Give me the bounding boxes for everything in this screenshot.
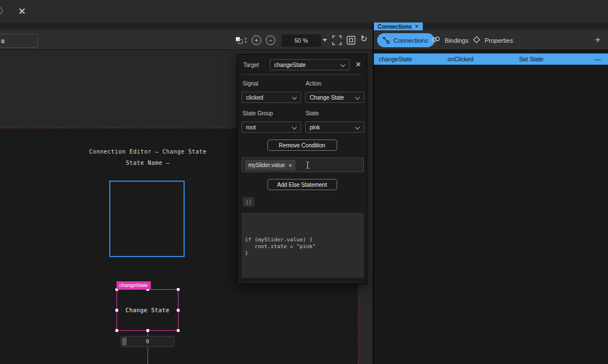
resize-handle-sw[interactable]	[115, 329, 118, 332]
title-bar: ✕	[0, 0, 608, 23]
canvas-mode-icon[interactable]	[235, 36, 248, 47]
add-else-statement-button[interactable]: Add Else Statement	[267, 179, 337, 190]
connection-row-target: changeState	[379, 56, 412, 62]
reset-view-icon[interactable]: ↻	[360, 34, 368, 44]
action-label: Action	[306, 80, 321, 87]
code-line: root.state = "pink"	[245, 243, 364, 250]
code-braces-button[interactable]: { }	[243, 197, 254, 207]
connection-icon	[382, 36, 390, 45]
button-text: Change State	[117, 290, 178, 330]
state-group-select[interactable]: root	[242, 122, 301, 133]
bindings-icon	[431, 36, 441, 44]
resize-handle-ne[interactable]	[177, 288, 180, 291]
panel-divider[interactable]	[373, 23, 374, 364]
chip-close-icon[interactable]: ✕	[288, 163, 292, 168]
zoom-dropdown-caret-icon[interactable]	[323, 39, 327, 42]
selected-button-item[interactable]: Change State	[117, 289, 178, 331]
properties-view-button[interactable]: Properties	[472, 33, 513, 47]
dialog-separator	[242, 74, 363, 75]
connection-row-action: Set State	[519, 56, 543, 62]
target-label: Target	[243, 62, 259, 68]
rectangle-item[interactable]	[109, 181, 185, 257]
resize-handle-s[interactable]	[146, 329, 149, 332]
slider-item[interactable]: 0	[120, 336, 175, 347]
bindings-view-button[interactable]: Bindings	[431, 33, 468, 47]
zoom-to-selection-icon[interactable]	[346, 35, 356, 47]
zoom-out-button[interactable]: −	[266, 35, 275, 45]
connection-editor-dialog: Target changeState ✕ Signal Action click…	[237, 54, 367, 284]
selection-label: changeState	[117, 281, 151, 289]
state-select[interactable]: pink	[305, 122, 364, 133]
resize-handle-e[interactable]	[177, 309, 180, 312]
properties-button-label: Properties	[485, 37, 513, 44]
partial-button-icon	[1, 39, 5, 43]
properties-diamond-icon	[472, 35, 481, 45]
code-line: }	[245, 250, 364, 257]
back-chevron-icon[interactable]	[0, 5, 4, 19]
resize-handle-se[interactable]	[177, 329, 180, 332]
fit-to-screen-icon[interactable]	[332, 35, 342, 47]
bindings-button-label: Bindings	[445, 37, 468, 44]
action-select[interactable]: Change State	[305, 92, 364, 103]
condition-chip-label: mySlider.value	[248, 162, 285, 168]
partial-toolbar-button[interactable]	[0, 34, 38, 48]
zoom-level-field[interactable]: 50 %	[281, 34, 321, 47]
zoom-in-button[interactable]: +	[252, 35, 261, 45]
connection-row-signal: onClicked	[448, 56, 473, 62]
close-icon[interactable]: ✕	[15, 5, 29, 18]
target-select[interactable]: changeState	[270, 59, 350, 70]
slider-value: 0	[121, 338, 174, 344]
code-line: if (mySlider.value) {	[245, 236, 364, 243]
connections-panel	[374, 50, 608, 364]
signal-select[interactable]: clicked	[242, 92, 301, 103]
resize-handle-w[interactable]	[115, 309, 118, 312]
signal-label: Signal	[243, 80, 258, 87]
connections-button-label: Connections	[394, 37, 428, 44]
text-cursor-icon	[305, 161, 310, 172]
state-group-label: State Group	[243, 110, 273, 116]
remove-condition-button[interactable]: Remove Condition	[267, 140, 337, 151]
condition-chip[interactable]: mySlider.value ✕	[245, 160, 296, 170]
connections-tab-label: Connections	[378, 24, 412, 30]
dialog-close-icon[interactable]: ✕	[353, 59, 364, 70]
connections-tab[interactable]: Connections ✕	[374, 23, 423, 30]
code-preview: if (mySlider.value) { root.state = "pink…	[242, 213, 364, 278]
state-label: State	[306, 110, 319, 116]
connection-row[interactable]: changeState onClicked Set State —	[374, 53, 608, 65]
remove-connection-button[interactable]: —	[594, 56, 601, 62]
connections-view-button[interactable]: Connections	[377, 33, 435, 47]
tab-strip	[0, 23, 608, 30]
tab-close-icon[interactable]: ✕	[415, 24, 419, 29]
condition-field[interactable]: mySlider.value ✕	[242, 158, 364, 172]
add-connection-button[interactable]: +	[592, 33, 604, 47]
